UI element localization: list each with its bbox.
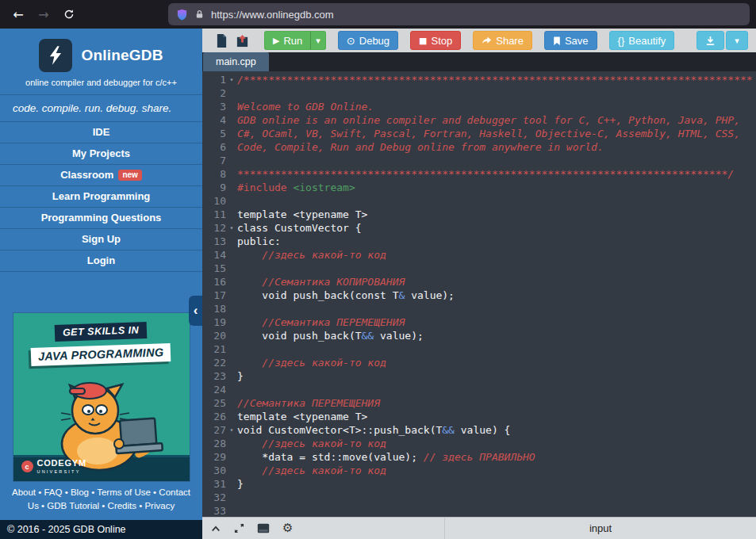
code-line: 15 — [202, 262, 756, 275]
expand-icon — [234, 523, 244, 533]
braces-icon: {} — [618, 35, 625, 47]
save-button[interactable]: Save — [544, 31, 597, 50]
sidebar-collapse-handle[interactable]: ‹ — [189, 296, 202, 326]
line-number: 12 — [202, 221, 226, 235]
sidebar-item-label: Programming Questions — [41, 212, 162, 224]
caret-down-icon: ▾ — [735, 36, 739, 45]
line-number: 5 — [202, 127, 226, 140]
footer-link[interactable]: About — [12, 487, 36, 497]
browser-back-button[interactable]: ← — [6, 3, 30, 25]
open-file-button[interactable] — [232, 33, 253, 48]
code-text: //здесь какой-то код — [237, 356, 756, 369]
code-line: 20 void push_back(T&& value); — [202, 329, 756, 342]
code-text — [237, 194, 756, 208]
tab-main-cpp[interactable]: main.cpp — [203, 52, 269, 71]
code-line: 18 — [202, 302, 756, 315]
browser-refresh-button[interactable] — [57, 3, 81, 25]
sidebar-item-learn-programming[interactable]: Learn Programming — [0, 186, 202, 208]
play-icon: ▶ — [273, 36, 279, 45]
code-line: 25//Семантика ПЕРЕМЕЩЕНИЯ — [202, 396, 756, 410]
code-editor[interactable]: 1▾/*************************************… — [202, 71, 756, 517]
sidebar-item-my-projects[interactable]: My Projects — [0, 143, 202, 165]
chevron-up-icon — [210, 524, 221, 533]
new-file-button[interactable] — [212, 33, 232, 48]
download-button[interactable] — [697, 31, 724, 50]
console-controls: ⚙ — [202, 518, 444, 539]
sidebar-item-label: IDE — [93, 126, 110, 138]
footer-link[interactable]: Blog — [71, 487, 89, 497]
sidebar-item-label: Login — [87, 254, 115, 266]
bookmark-icon — [553, 36, 561, 46]
code-text — [237, 154, 756, 167]
browser-forward-button[interactable]: → — [32, 3, 56, 25]
bolt-icon — [39, 39, 72, 72]
footer-link[interactable]: FAQ — [44, 487, 62, 497]
ad-headline-1: GET SKILLS IN — [55, 322, 148, 342]
line-number: 29 — [202, 450, 226, 464]
upload-file-icon — [236, 33, 249, 48]
collapse-panel-button[interactable] — [210, 524, 221, 533]
code-text: } — [237, 369, 756, 383]
code-line: 10 — [202, 194, 756, 208]
debug-button[interactable]: ⊙ Debug — [338, 31, 398, 50]
line-number: 6 — [202, 140, 226, 154]
line-number: 23 — [202, 369, 226, 383]
run-options-caret[interactable]: ▾ — [311, 31, 326, 50]
code-line: 29 *data = std::move(value); // здесь ПР… — [202, 450, 756, 464]
footer-link[interactable]: Terms of Use — [97, 487, 151, 497]
sidebar-item-label: My Projects — [72, 147, 130, 159]
line-number: 16 — [202, 275, 226, 289]
line-number: 21 — [202, 342, 226, 356]
share-button[interactable]: Share — [473, 31, 532, 50]
fold-marker-icon[interactable]: ▾ — [226, 73, 237, 86]
code-line: 3Welcome to GDB Online. — [202, 100, 756, 113]
tagline: code. compile. run. debug. share. — [0, 94, 202, 121]
run-button[interactable]: ▶ Run — [264, 31, 311, 50]
code-text: //Семантика КОПИРОВАНИЯ — [237, 275, 756, 289]
code-text — [237, 342, 756, 356]
sidebar-item-ide[interactable]: IDE — [0, 122, 202, 143]
beautify-button[interactable]: {} Beautify — [609, 31, 675, 50]
app-logo[interactable]: OnlineGDB online compiler and debugger f… — [0, 29, 202, 94]
browser-toolbar: ← → https://www.onlinegdb.com — [0, 0, 756, 29]
stop-button[interactable]: ■ Stop — [410, 31, 461, 50]
address-bar[interactable]: https://www.onlinegdb.com — [168, 3, 750, 25]
chevron-left-icon: ‹ — [194, 303, 198, 319]
sidebar-item-programming-questions[interactable]: Programming Questions — [0, 208, 202, 229]
back-icon: ← — [13, 7, 23, 22]
console-window-button[interactable] — [257, 523, 270, 533]
code-line: 1▾/*************************************… — [202, 73, 756, 86]
code-text: C#, OCaml, VB, Swift, Pascal, Fortran, H… — [237, 127, 756, 140]
code-text: //здесь какой-то код — [237, 437, 756, 450]
input-pane-header[interactable]: input — [444, 518, 756, 539]
footer-link[interactable]: Privacy — [144, 501, 175, 510]
app-title: OnlineGDB — [81, 47, 163, 64]
line-number: 9 — [202, 181, 226, 194]
code-text: } — [237, 477, 756, 491]
code-line: 9#include <iostream> — [202, 181, 756, 194]
ad-banner[interactable]: GET SKILLS IN JAVA PROGRAMMING — [13, 313, 190, 481]
fold-marker-icon[interactable]: ▾ — [226, 221, 237, 235]
sidebar-item-sign-up[interactable]: Sign Up — [0, 229, 202, 250]
footer-link[interactable]: Credits — [108, 501, 136, 510]
fold-marker-icon[interactable]: ▾ — [226, 423, 237, 437]
line-number: 32 — [202, 491, 226, 504]
settings-button[interactable]: ⚙ — [282, 522, 293, 534]
sidebar-item-classroom[interactable]: Classroomnew — [0, 165, 202, 186]
run-label: Run — [283, 35, 302, 47]
code-line: 8***************************************… — [202, 167, 756, 181]
expand-panel-button[interactable] — [234, 523, 244, 533]
share-label: Share — [496, 35, 524, 47]
sidebar-item-login[interactable]: Login — [0, 250, 202, 272]
tracking-shield-icon[interactable] — [176, 8, 188, 21]
code-text — [237, 491, 756, 504]
code-text: *data = std::move(value); // здесь ПРАВИ… — [237, 450, 756, 464]
main-area: ▶ Run ▾ ⊙ Debug ■ Stop Share Save — [202, 29, 756, 539]
footer-link[interactable]: GDB Tutorial — [47, 501, 99, 510]
download-options-caret[interactable]: ▾ — [726, 31, 748, 50]
code-line: 4GDB online is an online compiler and de… — [202, 113, 756, 127]
lock-icon[interactable] — [194, 9, 205, 20]
line-number: 33 — [202, 504, 226, 517]
line-number: 7 — [202, 154, 226, 167]
code-line: 11template <typename T> — [202, 208, 756, 221]
